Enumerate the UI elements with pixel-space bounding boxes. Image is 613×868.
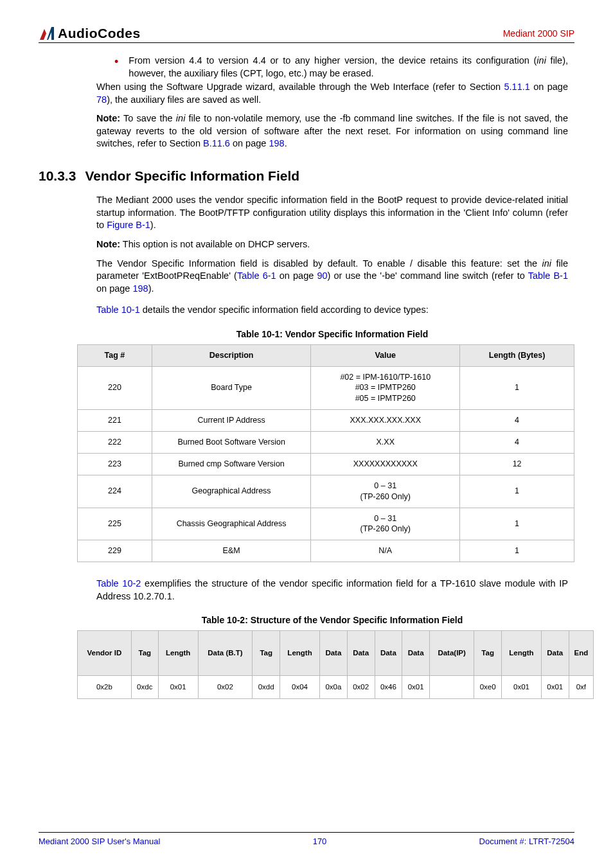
footer-right: Document #: LTRT-72504 [479, 837, 574, 846]
table-cell: 0x04 [280, 676, 320, 699]
link-table-b-1[interactable]: Table B-1 [528, 270, 568, 281]
link-table-10-2[interactable]: Table 10-2 [96, 578, 141, 589]
link-page-198-b[interactable]: 198 [132, 283, 148, 294]
table-header-cell: Data(IP) [430, 631, 474, 676]
link-page-78[interactable]: 78 [96, 94, 107, 105]
table-header-cell: Data [541, 631, 569, 676]
note-paragraph: Note: This option is not available on DH… [96, 238, 568, 251]
table-header-cell: Vendor ID [78, 631, 132, 676]
table-cell: 221 [78, 410, 152, 432]
table-cell: 1 [460, 540, 574, 562]
table-cell: Geographical Address [152, 475, 310, 508]
paragraph: When using the Software Upgrade wizard, … [96, 81, 568, 106]
table-header-cell: Length [158, 631, 198, 676]
logo-icon [39, 26, 55, 41]
table-header-cell: Description [152, 344, 310, 366]
table-cell: 0x0a [319, 676, 347, 699]
table-cell: 0x46 [375, 676, 402, 699]
table-row: 224Geographical Address0 – 31 (TP-260 On… [78, 475, 574, 508]
table-row: 223Burned cmp Software VersionXXXXXXXXXX… [78, 453, 574, 475]
table-cell: Current IP Address [152, 410, 310, 432]
page-footer: Mediant 2000 SIP User's Manual 170 Docum… [39, 832, 574, 846]
table-header-cell: Length [280, 631, 320, 676]
table-cell: 0 – 31 (TP-260 Only) [311, 475, 460, 508]
table-header-cell: Value [311, 344, 460, 366]
table-cell: 229 [78, 540, 152, 562]
table-cell: 4 [460, 432, 574, 454]
table-header-cell: Data [402, 631, 430, 676]
table-header-cell: Data [319, 631, 347, 676]
link-table-10-1[interactable]: Table 10-1 [96, 305, 140, 315]
table-cell: Board Type [152, 366, 310, 410]
table-cell [430, 676, 474, 699]
vendor-structure-table: Vendor IDTagLengthData (B.T)TagLengthDat… [77, 630, 594, 699]
section-number: 10.3.3 [39, 167, 76, 185]
table-caption: Table 10-2: Structure of the Vendor Spec… [96, 614, 568, 626]
paragraph: The Vendor Specific Information field is… [96, 258, 568, 296]
link-figure-b-1[interactable]: Figure B-1 [107, 220, 150, 230]
table-cell: 0xf [569, 676, 593, 699]
table-cell: 0 – 31 (TP-260 Only) [311, 508, 460, 540]
table-cell: 0x01 [402, 676, 430, 699]
link-section-5-11-1[interactable]: 5.11.1 [504, 82, 530, 92]
link-table-6-1[interactable]: Table 6-1 [237, 270, 276, 281]
table-cell: 0x01 [502, 676, 542, 699]
page-content: • From version 4.4 to version 4.4 or to … [96, 55, 568, 699]
paragraph: The Mediant 2000 uses the vendor specifi… [96, 194, 568, 232]
table-cell: 225 [78, 508, 152, 540]
table-cell: 0x02 [347, 676, 375, 699]
table-cell: 4 [460, 410, 574, 432]
footer-left: Mediant 2000 SIP User's Manual [39, 837, 160, 846]
note-paragraph: Note: To save the ini file to non-volati… [96, 112, 568, 150]
section-heading: 10.3.3Vendor Specific Information Field [39, 167, 568, 185]
table-row: 221Current IP AddressXXX.XXX.XXX.XXX4 [78, 410, 574, 432]
table-cell: 1 [460, 508, 574, 540]
note-label: Note: [96, 113, 120, 123]
bullet-icon: • [114, 56, 118, 80]
section-title: Vendor Specific Information Field [85, 168, 299, 183]
table-cell: 0xdd [253, 676, 280, 699]
footer-page-number: 170 [313, 837, 327, 846]
table-cell: #02 = IPM-1610/TP-1610 #03 = IPMTP260 #0… [311, 366, 460, 410]
header-product: Mediant 2000 SIP [503, 28, 574, 39]
link-section-b-11-6[interactable]: B.11.6 [203, 138, 230, 148]
link-page-90[interactable]: 90 [317, 270, 327, 281]
table-cell: 0x01 [158, 676, 198, 699]
note-label: Note: [96, 239, 120, 249]
table-header-cell: Data [347, 631, 375, 676]
table-header-cell: End [569, 631, 593, 676]
table-cell: 223 [78, 453, 152, 475]
table-cell: 224 [78, 475, 152, 508]
table-cell: 1 [460, 475, 574, 508]
table-header-cell: Data (B.T) [198, 631, 253, 676]
table-cell: X.XX [311, 432, 460, 454]
table-cell: Chassis Geographical Address [152, 508, 310, 540]
table-cell: 0x2b [78, 676, 132, 699]
table-cell: 0x01 [541, 676, 569, 699]
logo-text: AudioCodes [58, 26, 141, 41]
table-row: 229E&MN/A1 [78, 540, 574, 562]
table-header-cell: Tag [253, 631, 280, 676]
logo: AudioCodes [39, 26, 141, 41]
table-header-cell: Tag [474, 631, 502, 676]
paragraph: Table 10-2 exemplifies the structure of … [96, 578, 568, 603]
table-cell: E&M [152, 540, 310, 562]
table-header-cell: Data [375, 631, 402, 676]
table-row: 222Burned Boot Software VersionX.XX4 [78, 432, 574, 454]
table-cell: 12 [460, 453, 574, 475]
table-cell: XXX.XXX.XXX.XXX [311, 410, 460, 432]
table-header-cell: Tag # [78, 344, 152, 366]
table-header-row: Tag # Description Value Length (Bytes) [78, 344, 574, 366]
table-cell: 0xe0 [474, 676, 502, 699]
table-row: 220Board Type#02 = IPM-1610/TP-1610 #03 … [78, 366, 574, 410]
table-cell: Burned Boot Software Version [152, 432, 310, 454]
paragraph: Table 10-1 details the vendor specific i… [96, 304, 568, 317]
table-header-cell: Length (Bytes) [460, 344, 574, 366]
table-row: 0x2b0xdc0x010x020xdd0x040x0a0x020x460x01… [78, 676, 594, 699]
table-cell: 1 [460, 366, 574, 410]
table-cell: N/A [311, 540, 460, 562]
table-cell: XXXXXXXXXXXX [311, 453, 460, 475]
bullet-item: • From version 4.4 to version 4.4 or to … [114, 55, 568, 80]
link-page-198[interactable]: 198 [269, 138, 284, 148]
table-header-cell: Tag [131, 631, 158, 676]
